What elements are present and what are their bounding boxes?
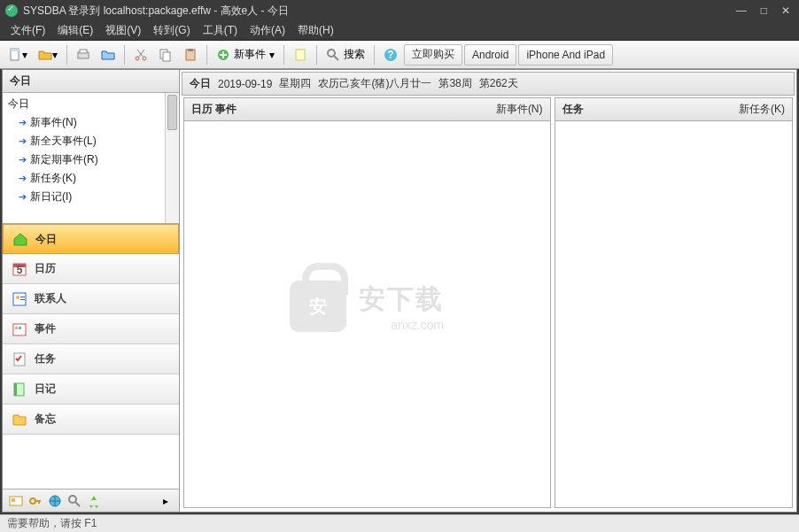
svg-rect-29 [12,498,15,502]
cut-button[interactable] [129,44,152,66]
arrow-icon: ➔ [19,135,27,147]
new-doc-button[interactable]: ▾ [4,44,32,66]
tree-item-label: 新事件(N) [30,115,77,130]
nav-list: 今日 5日历 联系人 事件 任务 日记 备忘 [3,224,179,489]
menu-goto[interactable]: 转到(G) [148,21,195,40]
date-value: 2019-09-19 [218,78,272,90]
date-bar: 今日 2019-09-19 星期四 农历己亥年(猪)八月廿一 第38周 第262… [182,72,795,96]
tree-item[interactable]: ➔新任务(K) [6,169,161,188]
recycle-icon[interactable] [86,493,102,509]
tree-item[interactable]: ➔新事件(N) [6,113,161,132]
search-button[interactable]: 搜索 [322,44,369,66]
close-button[interactable]: ✕ [778,4,794,17]
menu-action[interactable]: 动作(A) [244,21,291,40]
arrow-icon: ➔ [19,191,27,203]
toolbar: ▾ ▾ 新事件 ▾ 搜索 ? 立即购买 Android iPhone And i… [0,41,799,69]
lock-icon [290,281,346,332]
scrollbar[interactable] [165,93,179,223]
iphone-button[interactable]: iPhone And iPad [518,44,613,66]
panels-row: 日历 事件 新事件(N) 安下载 anxz.com 任务 [180,97,796,512]
card-icon[interactable] [8,493,24,509]
tree-item-label: 新日记(I) [30,189,72,204]
expand-icon[interactable]: ▸ [158,493,174,509]
calendar-panel-title: 日历 事件 [191,102,237,117]
open-button[interactable]: ▾ [34,44,62,66]
svg-rect-7 [163,52,170,61]
nav-label: 日记 [35,382,56,397]
nav-tasks[interactable]: 任务 [3,344,179,374]
action-tree: 今日 ➔新事件(N) ➔新全天事件(L) ➔新定期事件(R) ➔新任务(K) ➔… [3,93,179,224]
menu-edit[interactable]: 编辑(E) [52,21,98,40]
separator [124,45,125,65]
menu-tools[interactable]: 工具(T) [198,21,243,40]
svg-text:?: ? [387,49,393,61]
nav-contacts[interactable]: 联系人 [3,284,179,314]
window-title: SYSDBA 登录到 localhost:package.effw - 高效e人… [23,4,733,19]
arrow-icon: ➔ [19,173,27,184]
sidebar-bottom-toolbar: ▸ [3,489,179,512]
tree-item[interactable]: ➔新定期事件(R) [6,150,161,169]
tasks-panel-body [555,121,793,508]
nav-today[interactable]: 今日 [3,224,179,254]
nav-calendar[interactable]: 5日历 [3,254,179,284]
folder-button[interactable] [97,44,120,66]
svg-point-32 [69,496,76,503]
svg-point-30 [30,498,35,504]
print-button[interactable] [72,44,95,66]
help-button[interactable]: ? [379,44,402,66]
copy-button[interactable] [154,44,177,66]
menubar: 文件(F) 编辑(E) 视图(V) 转到(G) 工具(T) 动作(A) 帮助(H… [0,21,799,41]
nav-label: 日历 [35,261,56,276]
status-text: 需要帮助，请按 F1 [7,516,97,531]
day-number: 第262天 [479,76,518,91]
status-bar: 需要帮助，请按 F1 [0,514,799,532]
new-event-button[interactable]: 新事件 ▾ [212,44,279,66]
separator [283,45,284,65]
tree-root[interactable]: 今日 [6,95,161,113]
new-event-label: 新事件 [234,47,266,62]
calendar-panel-body: 安下载 anxz.com [183,121,551,508]
android-button[interactable]: Android [464,44,516,66]
window-buttons: — □ ✕ [733,4,794,17]
menu-view[interactable]: 视图(V) [100,21,146,40]
tree-item[interactable]: ➔新全天事件(L) [6,132,161,150]
lunar-date: 农历己亥年(猪)八月廿一 [318,76,431,91]
scrollbar-thumb[interactable] [167,95,177,130]
separator [316,45,317,65]
watermark-big: 安下载 [359,281,444,318]
svg-point-12 [328,50,335,57]
menu-file[interactable]: 文件(F) [5,21,50,40]
sidebar: 今日 今日 ➔新事件(N) ➔新全天事件(L) ➔新定期事件(R) ➔新任务(K… [3,70,180,512]
nav-label: 事件 [35,321,56,336]
paste-button[interactable] [179,44,202,66]
note-button[interactable] [289,44,312,66]
content-area: 今日 今日 ➔新事件(N) ➔新全天事件(L) ➔新定期事件(R) ➔新任务(K… [2,69,797,513]
globe-icon[interactable] [47,493,63,509]
svg-rect-22 [13,324,26,335]
key-icon[interactable] [27,493,43,509]
new-task-link[interactable]: 新任务(K) [739,102,785,117]
arrow-icon: ➔ [19,154,27,166]
nav-label: 备忘 [35,412,56,427]
nav-memo[interactable]: 备忘 [3,405,179,435]
tasks-panel-header: 任务 新任务(K) [555,97,793,121]
svg-rect-27 [14,383,17,396]
date-label: 今日 [190,76,211,91]
watermark-small: anxz.com [359,318,444,332]
nav-label: 今日 [35,232,57,247]
minimize-button[interactable]: — [733,4,750,17]
tree-item-label: 新定期事件(R) [30,152,98,167]
calendar-panel-header: 日历 事件 新事件(N) [183,97,551,121]
new-event-link[interactable]: 新事件(N) [496,102,543,117]
menu-help[interactable]: 帮助(H) [292,21,339,40]
tree-item[interactable]: ➔新日记(I) [6,188,161,206]
svg-rect-21 [20,299,25,300]
nav-events[interactable]: 事件 [3,314,179,344]
svg-rect-1 [11,49,19,51]
titlebar: SYSDBA 登录到 localhost:package.effw - 高效e人… [0,0,799,21]
maximize-button[interactable]: □ [757,4,771,17]
buy-now-button[interactable]: 立即购买 [404,44,462,66]
nav-diary[interactable]: 日记 [3,374,179,405]
search-label: 搜索 [344,47,365,62]
magnify-icon[interactable] [66,493,82,509]
